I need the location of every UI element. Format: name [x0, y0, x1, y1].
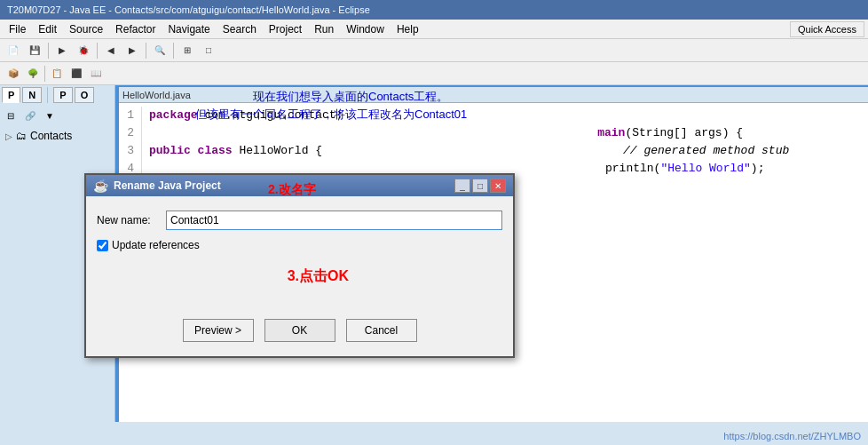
code-text-r3: println("Hello World"); — [605, 160, 764, 178]
project-label: Contacts — [30, 130, 72, 142]
rename-dialog[interactable]: ☕ Rename Java Project _ □ ✕ New name: 2.… — [84, 173, 515, 358]
annotation-top2: 但该里有一个同名工程了，将该工程改名为Contact01 — [195, 107, 467, 123]
menu-refactor[interactable]: Refactor — [110, 21, 161, 37]
top-line2-text: 但该里有一个同名工程了，将该工程改名为Contact01 — [195, 107, 467, 121]
sidebar-tabs: P N P O — [2, 87, 113, 103]
dialog-step2-hint: 2.改名字 — [268, 182, 316, 198]
dialog-name-input[interactable] — [166, 211, 502, 230]
editor-right-code: main(String[] args) { // generated metho… — [566, 121, 868, 181]
step3-hint: 3.点击OK — [288, 267, 349, 286]
editor-tab-label: HelloWorld.java — [122, 90, 191, 100]
ok-button[interactable]: OK — [264, 319, 335, 342]
preview-button[interactable]: Preview > — [183, 319, 254, 342]
line-num-3: 3 — [115, 142, 142, 160]
save-btn[interactable]: 💾 — [25, 41, 44, 60]
sep3 — [146, 43, 146, 59]
new-btn[interactable]: 📄 — [4, 41, 23, 60]
sep1 — [48, 43, 49, 59]
line-num-2: 2 — [115, 124, 142, 142]
collapse-all-btn[interactable]: ⊟ — [2, 107, 20, 124]
menu-run[interactable]: Run — [309, 21, 339, 37]
sidebar-tab-o[interactable]: O — [75, 87, 95, 103]
maximize-btn[interactable]: □ — [199, 41, 218, 60]
code-line-r2: // generated method stub — [570, 142, 864, 160]
dialog-checkbox-row: Update references — [97, 239, 502, 251]
run-btn[interactable]: ▶ — [52, 41, 72, 60]
sep4 — [173, 43, 174, 59]
quick-access-button[interactable]: Quick Access — [790, 21, 864, 37]
cancel-button[interactable]: Cancel — [346, 319, 417, 342]
hierarchy-btn[interactable]: 🌳 — [23, 64, 43, 83]
code-text-r1: main(String[] args) { — [570, 124, 743, 142]
pkg-explorer-btn[interactable]: 📦 — [4, 64, 23, 83]
sidebar-icon-row: ⊟ 🔗 ▼ — [2, 107, 113, 124]
menu-help[interactable]: Help — [391, 21, 424, 37]
code-line-r3: println("Hello World"); — [570, 160, 864, 178]
dialog-maximize-btn[interactable]: □ — [472, 179, 488, 193]
menu-down-btn[interactable]: ▼ — [41, 107, 59, 124]
watermark-text: https://blog.csdn.net/ZHYLMBO — [723, 431, 861, 441]
dialog-field-label: New name: — [97, 214, 159, 226]
dialog-buttons: Preview > OK Cancel — [97, 312, 502, 346]
top-line1-text: 现在我们想导入桌面的Contacts工程。 — [253, 90, 448, 103]
perspective-btn[interactable]: ⊞ — [178, 41, 197, 60]
dialog-minimize-btn[interactable]: _ — [454, 179, 470, 193]
forward-btn[interactable]: ▶ — [122, 41, 142, 60]
menu-source[interactable]: Source — [64, 21, 108, 37]
line-num-1: 1 — [115, 107, 142, 124]
update-references-checkbox[interactable] — [97, 240, 108, 251]
annotation-top1: 现在我们想导入桌面的Contacts工程。 — [253, 89, 448, 105]
dialog-title-buttons: _ □ ✕ — [454, 179, 506, 193]
menu-search[interactable]: Search — [217, 21, 262, 37]
menu-window[interactable]: Window — [341, 21, 390, 37]
expand-arrow-icon: ▷ — [5, 131, 12, 141]
search-btn[interactable]: 🔍 — [150, 41, 170, 60]
link-btn[interactable]: 🔗 — [21, 107, 39, 124]
outline-btn[interactable]: 📋 — [47, 64, 67, 83]
console-btn[interactable]: ⬛ — [67, 64, 86, 83]
dialog-body: New name: 2.改名字 Update references 3.点击OK… — [86, 196, 513, 356]
editor-tab[interactable]: HelloWorld.java — [115, 85, 868, 103]
sep6 — [47, 87, 48, 103]
project-item-contacts[interactable]: ▷ 🗂 Contacts — [2, 128, 113, 144]
debug-btn[interactable]: 🐞 — [74, 41, 93, 60]
dialog-spacer: 3.点击OK — [97, 258, 502, 312]
menu-bar: File Edit Source Refactor Navigate Searc… — [0, 20, 868, 39]
javadoc-btn[interactable]: 📖 — [86, 64, 106, 83]
sep2 — [97, 43, 98, 59]
code-text-r2: // generated method stub — [623, 142, 789, 160]
dialog-field: New name: 2.改名字 — [97, 211, 502, 230]
dialog-title-text: Rename Java Project — [114, 179, 221, 192]
folder-icon: 🗂 — [16, 130, 27, 142]
code-text-3[interactable]: public class HelloWorld { — [149, 142, 322, 160]
menu-project[interactable]: Project — [264, 21, 307, 37]
code-line-r1: main(String[] args) { — [570, 124, 864, 142]
watermark: https://blog.csdn.net/ZHYLMBO — [723, 431, 861, 441]
toolbar-2: 📦 🌳 📋 ⬛ 📖 — [0, 62, 868, 85]
update-references-label: Update references — [112, 239, 200, 251]
sep5 — [44, 66, 45, 82]
toolbar-1: 📄 💾 ▶ 🐞 ◀ ▶ 🔍 ⊞ □ — [0, 39, 868, 62]
sidebar-tab-p2[interactable]: P — [53, 87, 72, 103]
back-btn[interactable]: ◀ — [101, 41, 121, 60]
sidebar-tab-p[interactable]: P — [2, 87, 20, 103]
title-bar: T20M07D27 - Java EE - Contacts/src/com/a… — [0, 0, 868, 20]
dialog-title-icon: ☕ — [93, 179, 108, 193]
menu-navigate[interactable]: Navigate — [162, 21, 215, 37]
menu-file[interactable]: File — [4, 21, 31, 37]
dialog-close-btn[interactable]: ✕ — [490, 179, 506, 193]
menu-edit[interactable]: Edit — [33, 21, 62, 37]
title-text: T20M07D27 - Java EE - Contacts/src/com/a… — [7, 4, 370, 15]
sidebar-tab-n[interactable]: N — [22, 87, 42, 103]
